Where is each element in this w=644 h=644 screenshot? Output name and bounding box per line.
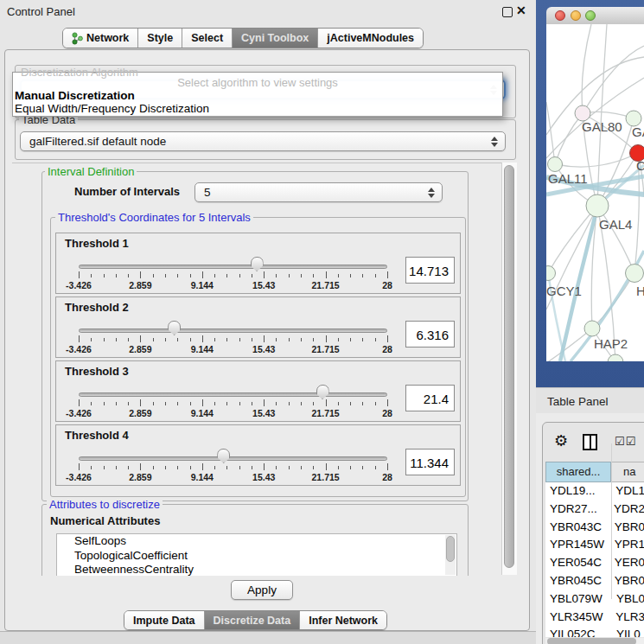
network-node[interactable]	[548, 157, 563, 172]
gear-icon[interactable]: ⚙	[554, 433, 568, 449]
close-icon[interactable]: ✕	[516, 3, 526, 17]
table-row[interactable]: YDR27...YDR2	[545, 501, 644, 519]
threshold-value-field[interactable]: 14.713	[405, 257, 455, 284]
slider-ticks	[79, 399, 387, 408]
tab-style[interactable]: Style	[137, 29, 182, 48]
bottom-strip	[0, 631, 536, 644]
table-panel-body: ⚙ ☑☑ shared... na YDL19...YDL1YDR27...YD…	[536, 413, 644, 644]
table-row[interactable]: YDL19...YDL1	[545, 482, 644, 501]
network-node-label: HAP2	[594, 336, 628, 351]
table-data-select[interactable]: galFiltered.sif default node	[20, 131, 506, 151]
threshold-value-field[interactable]: 21.4	[405, 385, 455, 411]
checkbox-icons[interactable]: ☑☑	[615, 435, 636, 448]
table-row[interactable]: YBL079WYBL0	[545, 590, 644, 609]
threshold-slider-track[interactable]	[79, 265, 387, 269]
threshold-label: Threshold 4	[65, 429, 129, 442]
list-scrollbar[interactable]	[445, 535, 456, 575]
attribute-item[interactable]: BetweennessCentrality	[57, 563, 456, 576]
numerical-attributes-list: SelfLoopsTopologicalCoefficientBetweenne…	[56, 533, 457, 576]
network-node[interactable]	[626, 265, 644, 283]
tab-impute-data[interactable]: Impute Data	[124, 611, 204, 629]
network-window-titlebar[interactable]	[546, 7, 644, 25]
tab-network[interactable]: Network	[63, 29, 137, 48]
table-row[interactable]: YBR045CYBR0	[545, 572, 644, 590]
threshold-slider-track[interactable]	[79, 456, 387, 461]
combo-arrows-icon	[428, 188, 435, 198]
threshold-slider-track[interactable]	[79, 392, 387, 397]
slider-tick-labels: -3.4262.8599.14415.4321.71528	[79, 472, 387, 482]
network-node-label: GCY1	[546, 284, 582, 298]
network-node-label: H	[636, 284, 644, 298]
table-hscrollbar[interactable]	[545, 638, 644, 644]
slider-ticks	[79, 335, 387, 344]
table-row[interactable]: YPR145WYPR1	[545, 536, 644, 554]
tab-select[interactable]: Select	[182, 29, 232, 48]
slider-ticks	[79, 463, 387, 472]
table-hscrollbar-thumb[interactable]	[547, 638, 636, 644]
threshold-slider-thumb[interactable]	[251, 257, 264, 271]
table-header-row: shared... na	[545, 462, 644, 482]
slider-ticks	[79, 271, 387, 280]
table-row[interactable]: YLR345WYLR3	[545, 609, 644, 627]
settings-scroll-area: Interval Definition Number of Intervals …	[12, 163, 501, 576]
network-node-label: GAL4	[599, 217, 632, 232]
column-header-name[interactable]: na	[611, 462, 644, 482]
table-row[interactable]: YIL052CYIL0	[545, 626, 644, 637]
float-window-icon[interactable]	[502, 7, 513, 17]
network-node[interactable]	[586, 194, 609, 217]
apply-button[interactable]: Apply	[231, 580, 293, 600]
attributes-group-title: Attributes to discretize	[47, 498, 163, 511]
list-scrollbar-thumb[interactable]	[446, 536, 455, 562]
traffic-light-close[interactable]	[555, 10, 565, 21]
num-intervals-label: Number of Intervals	[74, 185, 180, 198]
threshold-value-field[interactable]: 6.316	[405, 321, 455, 348]
traffic-light-zoom[interactable]	[585, 10, 596, 21]
column-separator	[611, 443, 612, 599]
settings-scrollbar[interactable]	[501, 163, 517, 575]
network-canvas[interactable]: GAL80GACGAL11GAL4GCY1HHAP2	[546, 24, 644, 361]
tab-cyni-toolbox[interactable]: Cyni Toolbox	[232, 29, 317, 48]
table-row[interactable]: YBR043CYBR0	[545, 519, 644, 537]
panel-title: Control Panel	[7, 5, 75, 18]
threshold-slider-thumb[interactable]	[217, 449, 230, 463]
threshold-label: Threshold 2	[65, 301, 129, 314]
table-row[interactable]: YER054CYER0	[545, 554, 644, 572]
tab-jactivemnodules[interactable]: jActiveMNodules	[317, 29, 423, 48]
slider-tick-labels: -3.4262.8599.14415.4321.71528	[79, 408, 387, 418]
network-node[interactable]	[584, 321, 600, 336]
algorithm-group-title: Discretization Algorithm	[21, 66, 138, 79]
num-intervals-select[interactable]: 5	[194, 182, 443, 202]
network-node-label: GAL11	[548, 171, 588, 186]
threshold-slider-thumb[interactable]	[168, 321, 181, 335]
thresholds-group-title: Threshold's Coordinates for 5 Intervals	[55, 211, 253, 224]
threshold-value-field[interactable]: 11.344	[405, 449, 455, 475]
split-view-icon[interactable]	[583, 434, 597, 450]
threshold-2-panel: Threshold 2 -3.4262.8599.14415.4321.7152…	[55, 296, 461, 358]
attribute-item[interactable]: TopologicalCoefficient	[57, 549, 456, 564]
network-node[interactable]	[546, 266, 556, 281]
network-icon	[72, 32, 83, 45]
tab-discretize-data[interactable]: Discretize Data	[204, 611, 300, 629]
node-table: shared... na YDL19...YDL1YDR27...YDR2YBR…	[545, 462, 644, 637]
threshold-label: Threshold 1	[65, 237, 129, 250]
interval-definition-title: Interval Definition	[45, 165, 137, 178]
tab-infer-network[interactable]: Infer Network	[299, 611, 386, 629]
threshold-slider-track[interactable]	[79, 328, 387, 333]
slider-tick-labels: -3.4262.8599.14415.4321.71528	[79, 280, 387, 290]
popup-item-manual-discretization[interactable]: Manual Discretization	[15, 89, 135, 102]
attribute-item[interactable]: SelfLoops	[57, 534, 456, 549]
network-node-label: GA	[632, 124, 644, 139]
numerical-attributes-label: Numerical Attributes	[50, 514, 160, 527]
bottom-tab-bar: Impute Data Discretize Data Infer Networ…	[124, 610, 387, 630]
popup-item-equal-width-frequency[interactable]: Equal Width/Frequency Discretization	[15, 102, 209, 115]
slider-tick-labels: -3.4262.8599.14415.4321.71528	[79, 344, 387, 354]
combo-arrows-icon	[491, 137, 498, 147]
settings-scrollbar-thumb[interactable]	[504, 165, 514, 568]
threshold-4-panel: Threshold 4 -3.4262.8599.14415.4321.7152…	[55, 424, 461, 486]
threshold-slider-thumb[interactable]	[316, 385, 329, 399]
top-tab-bar: Network Style Select Cyni Toolbox jActiv…	[62, 28, 424, 48]
column-header-shared-name[interactable]: shared...	[545, 462, 611, 482]
table-panel-title: Table Panel	[547, 395, 609, 408]
traffic-light-minimize[interactable]	[571, 10, 581, 21]
network-node-label: GAL80	[582, 119, 622, 134]
